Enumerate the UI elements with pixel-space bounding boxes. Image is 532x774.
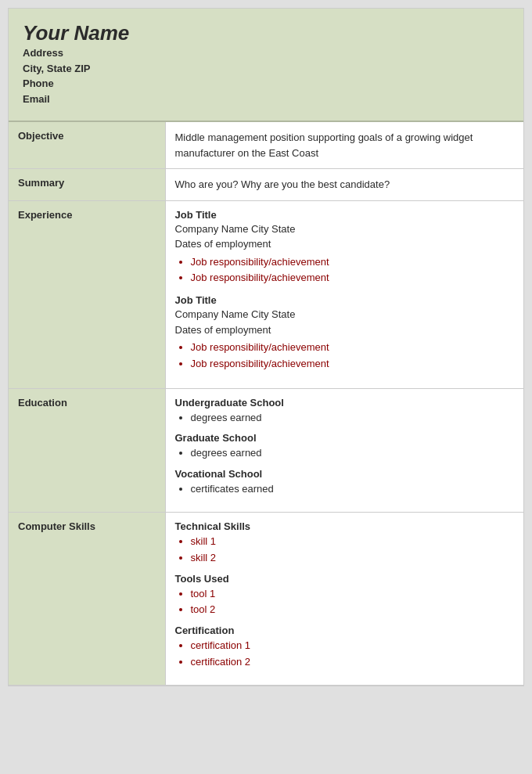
skill-item-0-0: skill 1 [191,534,515,550]
skills-group-title-0: Technical Skills [175,520,515,532]
school-degree-1: degrees earned [191,445,515,462]
objective-label: Objective [9,122,165,169]
resume-header: Your Name Address City, State ZIP Phone … [9,9,523,122]
resume-container: Your Name Address City, State ZIP Phone … [8,8,524,686]
header-email: Email [23,92,509,107]
objective-content: Middle management position supporting go… [165,122,523,169]
job-responsibility-1-0: Job responsibility/achievement [191,340,515,356]
summary-content: Who are you? Why are you the best candid… [165,169,523,201]
skill-item-1-0: tool 1 [191,586,515,603]
skill-item-2-1: certification 2 [191,654,515,671]
skill-item-2-0: certification 1 [191,638,515,654]
objective-row: Objective Middle management position sup… [9,122,523,169]
experience-content: Job TitleCompany Name City StateDates of… [165,200,523,388]
company-line-0: Company Name City State [175,221,515,237]
computer-skills-content: Technical Skillsskill 1skill 2Tools Used… [165,513,523,686]
summary-label: Summary [9,169,165,201]
skill-item-0-1: skill 2 [191,550,515,567]
skills-group-title-1: Tools Used [175,573,515,585]
school-list-2: certificates earned [191,481,515,498]
summary-row: Summary Who are you? Why are you the bes… [9,169,523,201]
dates-line-0: Dates of employment [175,236,515,252]
job-responsibility-0-1: Job responsibility/achievement [191,270,515,286]
experience-block-0: Job TitleCompany Name City StateDates of… [175,209,515,287]
header-city: City, State ZIP [23,61,509,77]
skills-list-1: tool 1tool 2 [191,586,515,619]
computer-skills-row: Computer Skills Technical Skillsskill 1s… [9,513,523,686]
skills-list-0: skill 1skill 2 [191,534,515,567]
job-list-1: Job responsibility/achievementJob respon… [191,340,515,373]
job-list-0: Job responsibility/achievementJob respon… [191,254,515,287]
company-line-1: Company Name City State [175,307,515,322]
school-list-0: degrees earned [191,410,515,427]
education-content: Undergraduate Schooldegrees earnedGradua… [165,388,523,512]
dates-line-1: Dates of employment [175,322,515,338]
resume-body: Objective Middle management position sup… [9,122,523,686]
job-title-0: Job Title [175,209,515,221]
school-list-1: degrees earned [191,445,515,462]
objective-text: Middle management position supporting go… [175,131,473,159]
skill-item-1-1: tool 2 [191,602,515,618]
header-name: Your Name [23,21,509,45]
header-address: Address [23,45,509,61]
computer-skills-label: Computer Skills [9,513,165,686]
experience-label: Experience [9,200,165,388]
school-title-0: Undergraduate School [175,397,515,409]
skills-list-2: certification 1certification 2 [191,638,515,671]
school-degree-0: degrees earned [191,410,515,427]
education-row: Education Undergraduate Schooldegrees ea… [9,388,523,512]
education-label: Education [9,388,165,512]
job-responsibility-0-0: Job responsibility/achievement [191,254,515,271]
header-phone: Phone [23,76,509,92]
school-title-2: Vocational School [175,468,515,480]
school-degree-2: certificates earned [191,481,515,498]
job-responsibility-1-1: Job responsibility/achievement [191,356,515,373]
experience-block-1: Job TitleCompany Name City StateDates of… [175,294,515,373]
skills-group-title-2: Certification [175,625,515,636]
summary-text: Who are you? Why are you the best candid… [175,178,390,190]
experience-row: Experience Job TitleCompany Name City St… [9,200,523,388]
job-title-1: Job Title [175,294,515,306]
school-title-1: Graduate School [175,432,515,444]
